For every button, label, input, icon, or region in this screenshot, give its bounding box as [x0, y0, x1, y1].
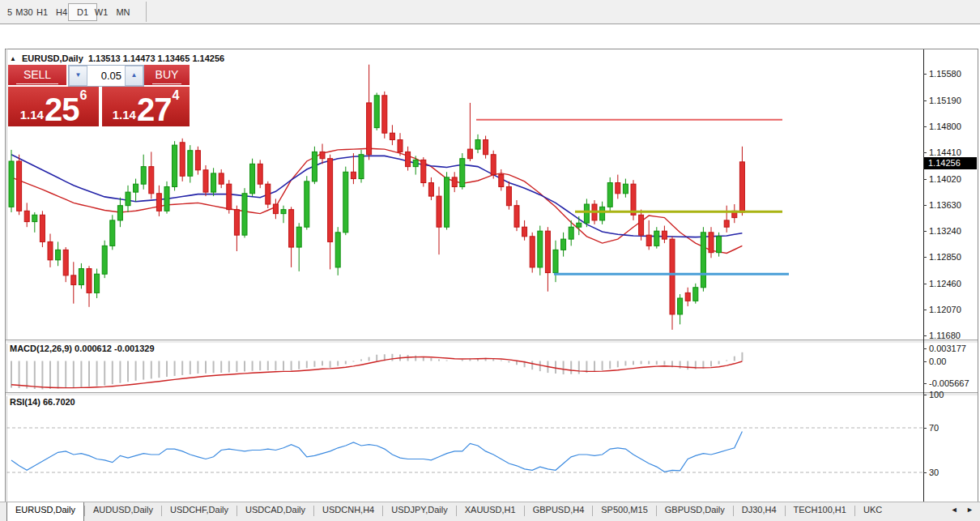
timeframe-button-MN[interactable]: MN [110, 3, 136, 21]
spinner-up-icon: ▲ [131, 71, 138, 79]
candle-body [724, 220, 729, 227]
chart-tab-dj30-h4[interactable]: DJ30,H4 [734, 502, 785, 521]
chart-tab-xauusd-h1[interactable]: XAUUSD,H1 [457, 502, 524, 521]
candle-body [17, 161, 22, 211]
candle-body [553, 250, 558, 272]
candle-body [9, 161, 14, 207]
volume-input[interactable] [87, 66, 125, 86]
candle-body [646, 235, 651, 246]
rsi-axis-label: 70 [929, 423, 939, 433]
axis-tick [923, 126, 927, 127]
chart-ohlc-header: ▲ EURUSD,Daily 1.13513 1.14473 1.13465 1… [10, 53, 224, 63]
price-axis-label: 1.14410 [929, 147, 961, 157]
volume-decrease-button[interactable]: ▼ [69, 66, 87, 86]
candle-body [258, 164, 262, 184]
chart-window[interactable]: ▲ EURUSD,Daily 1.13513 1.14473 1.13465 1… [0, 24, 980, 502]
macd-axis-label: -0.005667 [929, 378, 969, 388]
candle-body [530, 237, 535, 267]
rsi-chart-canvas[interactable] [6, 395, 923, 505]
candle-body [577, 223, 582, 227]
candle-body [188, 151, 193, 176]
candle-body [678, 298, 683, 314]
candle-body [445, 177, 450, 227]
buy-button[interactable]: BUY [144, 65, 190, 85]
volume-increase-button[interactable]: ▲ [125, 66, 143, 86]
price-axis-line [923, 49, 924, 505]
sell-price-button[interactable]: 1.14 25 6 [8, 87, 99, 126]
candle-body [398, 139, 403, 152]
candle-body [538, 231, 543, 267]
candle-body [367, 103, 372, 155]
chart-tab-tech100-h1[interactable]: TECH100,H1 [786, 502, 854, 521]
tab-scroll-right-icon[interactable]: ► [966, 506, 977, 514]
candle-body [701, 233, 705, 288]
price-axis-label: 1.12850 [929, 252, 961, 262]
one-click-trading-panel: SELL ▼ ▲ BUY 1.14 25 6 [8, 65, 190, 124]
candle-body [219, 173, 224, 184]
macd-axis-label: 0.003177 [929, 344, 966, 353]
chart-tab-gbpusd-h4[interactable]: GBPUSD,H4 [525, 502, 593, 521]
chart-tab-audusd-daily[interactable]: AUDUSD,Daily [85, 502, 161, 521]
sell-button[interactable]: SELL [8, 65, 66, 85]
macd-axis-label: 0.00 [929, 357, 946, 366]
candle-body [467, 149, 472, 159]
candle-body [289, 210, 294, 247]
buy-price-big: 27 [137, 95, 172, 124]
candle-body [437, 196, 441, 227]
candle-body [296, 227, 301, 247]
price-axis-label: 1.12460 [929, 279, 961, 288]
candle-body [320, 152, 325, 158]
chart-tab-sp500-m15[interactable]: SP500,M15 [593, 502, 655, 521]
buy-price-button[interactable]: 1.14 27 4 [102, 87, 190, 126]
chart-tab-usdchf-daily[interactable]: USDCHF,Daily [162, 502, 236, 521]
candle-body [141, 167, 146, 185]
candle-body [631, 184, 636, 215]
candle-body [234, 210, 239, 235]
axis-tick [923, 428, 927, 429]
candle-body [421, 160, 426, 182]
candle-body [117, 206, 122, 220]
candle-body [413, 160, 418, 166]
axis-tick [923, 348, 927, 349]
axis-tick [923, 284, 927, 284]
sell-price-big: 25 [45, 95, 79, 124]
candle-body [79, 269, 83, 285]
candle-body [110, 220, 115, 246]
candle-body [607, 183, 612, 207]
chart-tab-usdjpy-daily[interactable]: USDJPY,Daily [383, 502, 456, 521]
pane-splitter-rsi[interactable] [6, 392, 978, 396]
chart-tab-gbpusd-daily[interactable]: GBPUSD,Daily [657, 502, 733, 521]
chart-tab-bar: EURUSD,DailyAUDUSD,DailyUSDCHF,DailyUSDC… [0, 502, 980, 521]
candle-body [428, 183, 433, 197]
price-axis-label: 1.14020 [929, 174, 961, 184]
axis-tick [923, 395, 927, 395]
chart-tab-ukc[interactable]: UKC [855, 502, 890, 521]
price-axis-label: 1.14800 [929, 122, 961, 131]
axis-tick [923, 383, 927, 384]
candle-body [48, 241, 53, 259]
tab-scroll-arrows[interactable]: ◄ ► [951, 506, 977, 514]
candle-body [499, 175, 504, 187]
buy-price-prefix: 1.14 [113, 108, 136, 122]
tab-scroll-left-icon[interactable]: ◄ [951, 506, 961, 514]
rsi-axis-label: 30 [929, 468, 939, 477]
candle-body [149, 167, 154, 194]
candle-body [351, 172, 356, 178]
axis-tick [923, 257, 927, 258]
candle-body [63, 250, 68, 275]
toolbar-separator [146, 2, 147, 22]
collapse-triangle-icon[interactable]: ▲ [10, 55, 16, 62]
candle-body [623, 184, 628, 194]
chart-tab-usdcnh-h4[interactable]: USDCNH,H4 [314, 502, 382, 521]
axis-tick [923, 100, 927, 101]
candle-body [709, 233, 714, 253]
sell-price-prefix: 1.14 [20, 108, 44, 122]
candle-body [312, 152, 317, 181]
ohlc-high: 1.14473 [123, 53, 156, 63]
chart-tab-usdcad-daily[interactable]: USDCAD,Daily [237, 502, 313, 521]
timeframe-toolbar: 5M30H1H4D1W1MN [0, 0, 980, 24]
axis-tick [923, 74, 927, 75]
candle-body [460, 159, 465, 187]
candle-body [87, 269, 92, 293]
chart-tab-eurusd-daily[interactable]: EURUSD,Daily [6, 502, 84, 521]
